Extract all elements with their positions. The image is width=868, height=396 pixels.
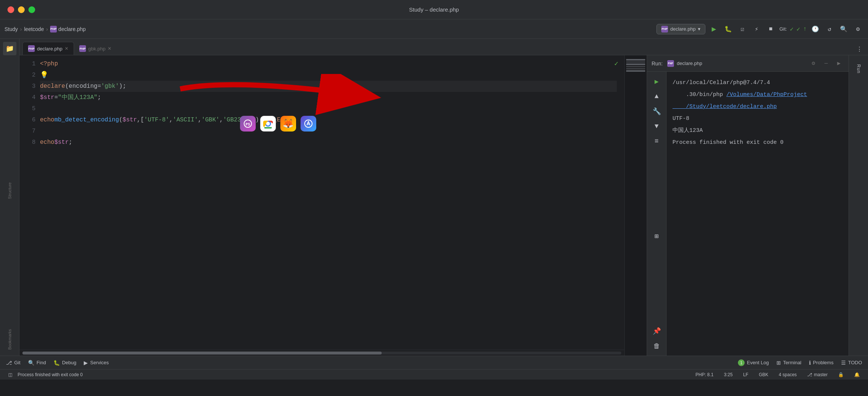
str-value: "中国人123A" — [58, 92, 98, 103]
tab-close-1[interactable]: ✕ — [65, 46, 68, 51]
debug-button[interactable]: 🐛 — [723, 24, 734, 35]
terminal-tool-button[interactable]: ⊞ Terminal — [776, 360, 801, 366]
minimize-button[interactable] — [18, 6, 25, 13]
git-tool-label: Git — [14, 360, 21, 365]
breadcrumb-study[interactable]: Study — [4, 26, 18, 32]
run-config-button[interactable]: PHP declare.php ▾ — [656, 24, 705, 34]
run-trash-button[interactable]: 🗑 — [650, 339, 664, 353]
sidebar-structure-label[interactable]: Structure — [6, 179, 13, 202]
firefox-icon[interactable]: 🦊 — [280, 116, 296, 132]
code-line-5 — [40, 103, 617, 114]
run-pin-button[interactable]: 📌 — [650, 324, 664, 338]
run-scroll-down-button[interactable]: ▼ — [650, 120, 664, 133]
eq: = — [98, 81, 101, 92]
run-file-tab-label[interactable]: declare.php — [677, 61, 702, 66]
search-button[interactable]: 🔍 — [838, 24, 849, 35]
find-tool-button[interactable]: 🔍 Find — [28, 360, 46, 366]
run-output-exit: Process finished with exit code 0 — [672, 137, 843, 148]
sidebar-bookmarks-label[interactable]: Bookmarks — [6, 326, 13, 353]
editor-body: 1 2 3 4 5 6 7 8 <?php ✓ — [19, 55, 868, 356]
event-log-button[interactable]: 1 Event Log — [738, 359, 769, 366]
run-play-button[interactable]: ▶ — [650, 75, 664, 88]
coverage-button[interactable]: ☑ — [737, 24, 748, 35]
run-output-link1[interactable]: /Volumes/Data/PhpProject — [726, 92, 807, 98]
run-wrench-button[interactable]: 🔧 — [650, 105, 664, 118]
terminal-label: Terminal — [783, 360, 801, 365]
minimap-line-6 — [626, 70, 645, 72]
run-button[interactable]: ▶ — [708, 24, 720, 35]
status-indent[interactable]: 4 spaces — [776, 369, 799, 380]
breadcrumb-leetcode[interactable]: leetcode — [24, 26, 44, 32]
tab-gbk-php[interactable]: PHP gbk.php ✕ — [74, 42, 117, 55]
status-bar: ◫ Process finished with exit code 0 PHP:… — [0, 369, 868, 380]
run-vertical-label[interactable]: Run — [855, 58, 863, 80]
run-lines-button[interactable]: ≡ — [650, 134, 664, 148]
code-editor[interactable]: 1 2 3 4 5 6 7 8 <?php ✓ — [19, 55, 624, 356]
code-line-8: echo $str; — [40, 137, 617, 148]
run-scroll-up-button[interactable]: ▲ — [650, 90, 664, 103]
settings-button[interactable]: ⚙ — [852, 24, 864, 35]
sidebar-toggle-button[interactable]: ◫ — [6, 369, 15, 380]
scrollbar-track[interactable] — [22, 352, 621, 355]
mb-fn: mb_detect_encoding — [54, 114, 119, 126]
editor-menu-button[interactable]: ⋮ — [854, 44, 865, 55]
arc-icon[interactable] — [301, 116, 316, 132]
minimap-line-3 — [626, 64, 645, 65]
maximize-button[interactable] — [28, 6, 35, 13]
run-output-toggle-button[interactable]: ⊞ — [650, 229, 664, 243]
status-line-ending[interactable]: LF — [741, 369, 751, 380]
comma1: ,[ — [137, 114, 144, 126]
phpstorm-icon[interactable]: PS — [240, 116, 256, 132]
run-output-link2[interactable]: /Study/leetcode/declare.php — [672, 103, 777, 110]
run-output-bin: .30/bin/php — [672, 92, 726, 98]
tab-close-2[interactable]: ✕ — [108, 46, 111, 51]
stop-button[interactable]: ■ — [765, 24, 776, 35]
lock-icon: 🔒 — [838, 372, 844, 377]
c2: , — [169, 114, 173, 126]
tab-declare-php[interactable]: PHP declare.php ✕ — [22, 42, 74, 55]
toolbar-right: PHP declare.php ▾ ▶ 🐛 ☑ ⚡ ■ Git: ✓ ✓ ↑ 🕐… — [656, 24, 864, 35]
status-cursor-pos[interactable]: 3:25 — [722, 369, 735, 380]
close-button[interactable] — [7, 6, 14, 13]
git-tool-button[interactable]: ⎇ Git — [6, 360, 21, 366]
history-button[interactable]: 🕐 — [810, 24, 821, 35]
code-line-2: 💡 — [40, 69, 617, 81]
branch-name: master — [814, 372, 828, 377]
run-panel-settings-icon[interactable]: ⚙ — [808, 58, 819, 69]
left-sidebar-strip: 📁 Structure Bookmarks — [0, 39, 19, 356]
code-lines: <?php ✓ 💡 declare(encoding='gbk'); — [40, 58, 624, 347]
sidebar-project-icon[interactable]: 📁 — [3, 42, 16, 55]
tab-label-1: declare.php — [37, 46, 62, 52]
run-config-label: declare.php — [670, 26, 696, 32]
run-output-line-1: /usr/local/Cellar/php@7.4/7.4 — [672, 78, 843, 88]
status-encoding[interactable]: GBK — [757, 369, 770, 380]
status-branch[interactable]: ⎇ master — [805, 369, 830, 380]
todo-tool-button[interactable]: ☰ TODO — [841, 360, 862, 366]
run-panel-minimize-icon[interactable]: — — [821, 58, 831, 69]
run-exit-text: Process finished with exit code 0 — [672, 139, 784, 146]
problems-tool-button[interactable]: ℹ Problems — [809, 360, 834, 366]
profile-button[interactable]: ⚡ — [751, 24, 762, 35]
event-log-label: Event Log — [747, 360, 769, 365]
run-panel-expand-icon[interactable]: ▶ — [834, 58, 844, 69]
c4: , — [219, 114, 223, 126]
services-tool-button[interactable]: ▶ Services — [84, 360, 109, 366]
status-php-version[interactable]: PHP: 8.1 — [693, 369, 716, 380]
editor-scrollbar[interactable] — [19, 350, 624, 356]
app-icons-row: PS 🦊 — [240, 116, 316, 132]
breadcrumb-file[interactable]: PHP declare.php — [50, 26, 86, 33]
git-push-icon[interactable]: ↑ — [803, 26, 807, 33]
code-line-7 — [40, 126, 617, 137]
traffic-lights — [7, 6, 35, 13]
chrome-icon[interactable] — [260, 116, 276, 132]
revert-button[interactable]: ↺ — [824, 24, 835, 35]
encoding-value: 'gbk' — [101, 81, 119, 92]
declare-keyword: declare — [40, 81, 65, 92]
debug-tool-button[interactable]: 🐛 Debug — [53, 360, 76, 366]
notification-icon: 🔔 — [854, 372, 860, 377]
run-php-icon: PHP — [661, 26, 668, 33]
lightbulb-icon: 💡 — [40, 69, 48, 81]
code-line-6: echo mb_detect_encoding($str,['UTF-8','A… — [40, 114, 617, 126]
scrollbar-thumb[interactable] — [22, 352, 382, 355]
minimap-line-2 — [626, 61, 645, 63]
